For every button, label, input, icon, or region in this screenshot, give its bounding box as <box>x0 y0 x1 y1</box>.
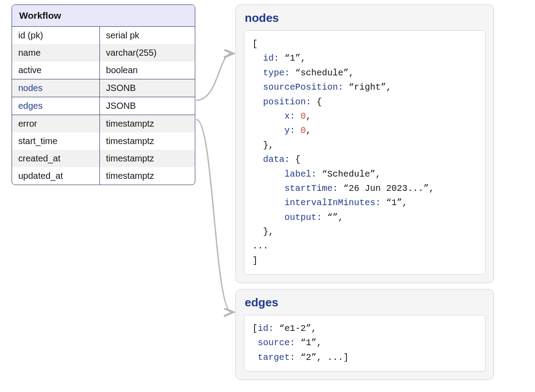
column-name: start_time <box>12 132 100 150</box>
column-name: created_at <box>12 150 100 167</box>
column-name: updated_at <box>12 167 100 185</box>
schema-row: updated_attimestamptz <box>12 167 195 185</box>
schema-row: edgesJSONB <box>12 97 195 115</box>
nodes-panel: nodes [ id: “1”, type: “schedule”, sourc… <box>235 4 494 283</box>
column-name: nodes <box>12 79 100 97</box>
column-type: timestamptz <box>100 167 195 185</box>
column-type: JSONB <box>100 97 195 115</box>
edges-code: [id: “e1-2”, source: “1”, target: “2”, .… <box>244 315 486 371</box>
column-type: timestamptz <box>100 115 195 132</box>
edges-panel: edges [id: “e1-2”, source: “1”, target: … <box>235 289 494 380</box>
column-name: error <box>12 115 100 132</box>
schema-title: Workflow <box>12 5 195 27</box>
edges-title: edges <box>245 296 486 309</box>
column-type: JSONB <box>100 79 195 97</box>
column-name: edges <box>12 97 100 115</box>
nodes-code: [ id: “1”, type: “schedule”, sourcePosit… <box>244 30 486 275</box>
column-type: serial pk <box>100 27 195 44</box>
schema-table: Workflow id (pk)serial pknamevarchar(255… <box>12 4 195 185</box>
schema-row: id (pk)serial pk <box>12 27 195 44</box>
schema-row: activeboolean <box>12 62 195 79</box>
column-type: boolean <box>100 62 195 79</box>
schema-row: nodesJSONB <box>12 79 195 97</box>
nodes-title: nodes <box>245 11 486 25</box>
column-name: active <box>12 62 100 79</box>
column-name: name <box>12 44 100 62</box>
schema-row: start_timetimestamptz <box>12 132 195 150</box>
schema-row: created_attimestamptz <box>12 150 195 167</box>
schema-row: errortimestamptz <box>12 115 195 132</box>
column-name: id (pk) <box>12 27 100 44</box>
column-type: timestamptz <box>100 150 195 167</box>
column-type: timestamptz <box>100 132 195 150</box>
column-type: varchar(255) <box>100 44 195 62</box>
schema-row: namevarchar(255) <box>12 44 195 62</box>
